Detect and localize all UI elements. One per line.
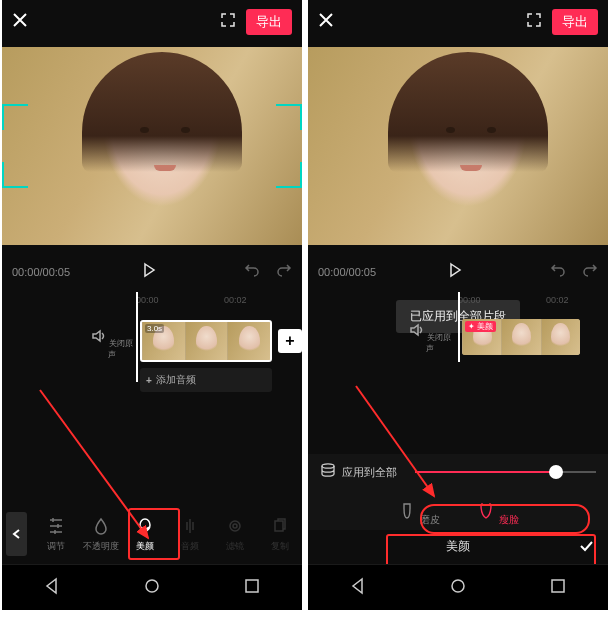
clip-track: ✦ 美颜 xyxy=(462,316,580,358)
tool-opacity[interactable]: 不透明度 xyxy=(78,516,123,553)
beauty-panel: 应用到全部 磨皮 瘦脸 美颜 xyxy=(308,454,608,562)
fullscreen-icon[interactable] xyxy=(526,12,552,32)
beauty-tool-face[interactable]: 瘦脸 xyxy=(476,501,519,527)
mute-label: 关闭原声 xyxy=(108,339,133,359)
video-clip[interactable]: ✦ 美颜 xyxy=(462,319,580,355)
time-display: 00:00/00:05 xyxy=(12,266,70,278)
redo-icon[interactable] xyxy=(260,262,292,282)
crop-handle[interactable] xyxy=(2,104,28,106)
close-icon[interactable] xyxy=(12,12,28,32)
play-icon[interactable] xyxy=(141,262,157,282)
redo-icon[interactable] xyxy=(566,262,598,282)
undo-icon[interactable] xyxy=(534,262,566,282)
add-audio-label: 添加音频 xyxy=(156,373,196,387)
top-bar: 导出 xyxy=(2,0,302,44)
crop-handle[interactable] xyxy=(2,104,4,130)
tool-label: 调节 xyxy=(33,540,78,553)
timeline[interactable]: 00:00 00:02 关闭原声 ✦ 美颜 xyxy=(308,292,608,380)
time-display: 00:00/00:05 xyxy=(318,266,376,278)
svg-point-0 xyxy=(230,521,240,531)
svg-point-1 xyxy=(233,524,237,528)
tool-label: 复制 xyxy=(257,540,302,553)
crop-handle[interactable] xyxy=(2,186,28,188)
clip-badge: ✦ 美颜 xyxy=(465,321,496,332)
undo-icon[interactable] xyxy=(228,262,260,282)
mute-toggle[interactable]: 关闭原声 xyxy=(90,328,134,360)
confirm-icon[interactable] xyxy=(578,538,594,554)
tool-bar: 调节 不透明度 美颜 音频 滤镜 复制 xyxy=(2,506,302,562)
panel-title: 美颜 xyxy=(446,538,470,555)
apply-all-row: 应用到全部 xyxy=(308,454,608,490)
tool-label: 磨皮 xyxy=(420,514,440,525)
apply-all-icon[interactable] xyxy=(320,462,336,482)
timeline-tick: 00:00 xyxy=(136,295,159,305)
timeline-tick: 00:02 xyxy=(546,295,569,305)
timeline-ruler: 00:00 00:02 xyxy=(2,292,302,310)
slider-thumb[interactable] xyxy=(549,465,563,479)
crop-handle[interactable] xyxy=(300,104,302,130)
tool-label: 不透明度 xyxy=(78,540,123,553)
crop-handle[interactable] xyxy=(2,162,4,188)
crop-handle[interactable] xyxy=(276,186,302,188)
svg-rect-2 xyxy=(275,521,283,531)
nav-back-icon[interactable] xyxy=(349,577,367,599)
crop-handle[interactable] xyxy=(300,162,302,188)
preview-image xyxy=(2,47,302,245)
nav-recent-icon[interactable] xyxy=(549,577,567,599)
timeline-tick: 00:00 xyxy=(458,295,481,305)
mute-toggle[interactable]: 关闭原声 xyxy=(408,322,452,354)
add-clip-button[interactable]: + xyxy=(278,329,302,353)
tool-label: 滤镜 xyxy=(212,540,257,553)
video-clip[interactable]: 3.0s xyxy=(140,320,272,362)
video-preview[interactable] xyxy=(308,44,608,248)
tool-audio[interactable]: 音频 xyxy=(168,516,213,553)
screen-after: 导出 已应用到全部片段 00:00/00:05 00:00 00:02 关闭原声… xyxy=(308,0,608,610)
apply-all-label[interactable]: 应用到全部 xyxy=(342,465,397,480)
svg-point-5 xyxy=(322,464,334,468)
video-preview[interactable] xyxy=(2,44,302,248)
nav-home-icon[interactable] xyxy=(449,577,467,599)
top-bar: 导出 xyxy=(308,0,608,44)
tool-label: 音频 xyxy=(168,540,213,553)
nav-home-icon[interactable] xyxy=(143,577,161,599)
timeline[interactable]: 00:00 00:02 关闭原声 3.0s + +添加音频 xyxy=(2,292,302,412)
panel-footer: 美颜 xyxy=(308,530,608,562)
export-button[interactable]: 导出 xyxy=(552,9,598,35)
export-button[interactable]: 导出 xyxy=(246,9,292,35)
add-audio-button[interactable]: +添加音频 xyxy=(140,368,272,392)
crop-handle[interactable] xyxy=(276,104,302,106)
play-icon[interactable] xyxy=(447,262,463,282)
tool-beauty[interactable]: 美颜 xyxy=(123,516,168,553)
android-navbar xyxy=(2,564,302,610)
android-navbar xyxy=(308,564,608,610)
tool-adjust[interactable]: 调节 xyxy=(33,516,78,553)
playback-controls: 00:00/00:05 xyxy=(308,252,608,292)
playback-controls: 00:00/00:05 xyxy=(2,252,302,292)
fullscreen-icon[interactable] xyxy=(220,12,246,32)
mute-label: 关闭原声 xyxy=(426,333,451,353)
svg-rect-7 xyxy=(552,580,564,592)
tool-filter[interactable]: 滤镜 xyxy=(212,516,257,553)
screen-before: 导出 00:00/00:05 00:00 00:02 关闭原声 xyxy=(2,0,302,610)
svg-point-3 xyxy=(146,580,158,592)
tool-copy[interactable]: 复制 xyxy=(257,516,302,553)
beauty-slider[interactable] xyxy=(415,462,596,482)
tool-label: 美颜 xyxy=(123,540,168,553)
playhead[interactable] xyxy=(136,292,138,382)
nav-back-icon[interactable] xyxy=(43,577,61,599)
svg-point-6 xyxy=(452,580,464,592)
tool-label: 瘦脸 xyxy=(499,514,519,525)
clip-duration: 3.0s xyxy=(145,324,164,333)
back-button[interactable] xyxy=(6,512,27,556)
nav-recent-icon[interactable] xyxy=(243,577,261,599)
close-icon[interactable] xyxy=(318,12,334,32)
clip-track: 3.0s + xyxy=(140,320,302,362)
timeline-tick: 00:02 xyxy=(224,295,247,305)
beauty-tool-smooth[interactable]: 磨皮 xyxy=(397,501,440,527)
svg-rect-4 xyxy=(246,580,258,592)
slider-fill xyxy=(415,471,556,473)
playhead[interactable] xyxy=(458,292,460,362)
preview-image xyxy=(308,47,608,245)
